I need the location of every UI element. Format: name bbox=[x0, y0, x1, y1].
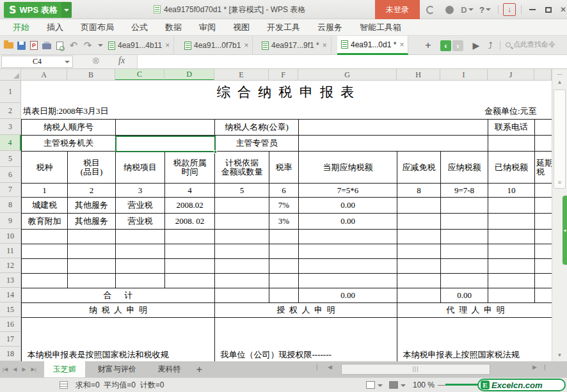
sheet-tab-2[interactable]: 财富与评价 bbox=[89, 361, 145, 377]
new-tab-button[interactable]: + bbox=[422, 40, 434, 51]
redo-icon[interactable]: ↷ bbox=[82, 40, 93, 51]
row-header-5[interactable]: 5 bbox=[0, 151, 21, 167]
row-header-1[interactable]: 1 bbox=[0, 81, 21, 103]
horizontal-scroll-thumb[interactable]: ||| bbox=[341, 364, 490, 375]
select-all-corner[interactable] bbox=[0, 69, 21, 81]
cell[interactable]: 延期税 bbox=[535, 152, 552, 184]
menu-smart-toolbox[interactable]: 智能工具箱 bbox=[360, 22, 401, 33]
cell[interactable]: 6 bbox=[269, 184, 299, 198]
undo-icon[interactable]: ↶ bbox=[68, 40, 79, 51]
cell[interactable] bbox=[269, 244, 299, 259]
cell[interactable]: 3 bbox=[116, 184, 165, 198]
cell[interactable] bbox=[535, 136, 552, 152]
view-layout-icon[interactable] bbox=[389, 381, 398, 389]
tab-scroll-right-button[interactable]: › bbox=[452, 40, 463, 51]
cell[interactable]: 主管专管员 bbox=[215, 136, 299, 152]
cell[interactable] bbox=[22, 259, 68, 274]
save-icon[interactable] bbox=[15, 40, 27, 51]
cell[interactable]: 2008.02 bbox=[165, 198, 215, 214]
cell[interactable] bbox=[535, 184, 552, 198]
col-header-D[interactable]: D bbox=[164, 69, 214, 81]
menu-developer[interactable]: 开发工具 bbox=[267, 22, 300, 33]
tab-close-icon[interactable]: × bbox=[323, 41, 327, 50]
scroll-down-icon[interactable]: ▼ bbox=[554, 352, 566, 358]
print-preview-icon[interactable] bbox=[54, 40, 65, 51]
form-title[interactable]: 综 合 纳 税 申 报 表 bbox=[21, 81, 552, 103]
table-stats-icon[interactable] bbox=[60, 381, 68, 389]
hscroll-right-icon[interactable]: ▶ bbox=[532, 364, 537, 370]
tab-close-icon[interactable]: × bbox=[244, 41, 248, 50]
cell[interactable] bbox=[397, 244, 441, 259]
sheet-tab-3[interactable]: 麦科特 bbox=[149, 361, 190, 377]
cell[interactable] bbox=[165, 274, 215, 288]
doc-tab-2[interactable]: 4ea91...0f7b1 × bbox=[180, 36, 253, 55]
total-label-cell[interactable]: 合 计 bbox=[22, 288, 215, 303]
cell[interactable] bbox=[299, 244, 397, 259]
col-header-J[interactable]: J bbox=[488, 69, 534, 81]
cell[interactable] bbox=[441, 259, 488, 274]
export-pdf-icon[interactable]: P bbox=[28, 40, 40, 51]
cell[interactable] bbox=[397, 230, 441, 244]
cell[interactable]: 0.00 bbox=[299, 214, 397, 230]
cell[interactable] bbox=[22, 230, 68, 244]
total-g-cell[interactable]: 0.00 bbox=[299, 288, 397, 303]
close-button[interactable]: ✕ bbox=[555, 0, 567, 19]
doc-tab-3[interactable]: 4ea917...9f1 * × bbox=[258, 36, 331, 55]
cell[interactable]: 授 权 人 申 明 bbox=[215, 303, 397, 318]
cell[interactable]: 当期应纳税额 bbox=[299, 152, 397, 184]
doc-tab-1[interactable]: 4ea91...4b11 × bbox=[104, 36, 174, 55]
row-header-15[interactable]: 15 bbox=[0, 302, 21, 317]
menu-page-layout[interactable]: 页面布局 bbox=[81, 22, 114, 33]
cell[interactable] bbox=[397, 288, 441, 303]
cell[interactable] bbox=[116, 274, 165, 288]
row-header-10[interactable]: 10 bbox=[0, 229, 21, 244]
col-header-K-partial[interactable] bbox=[534, 69, 552, 81]
cell[interactable] bbox=[488, 136, 535, 152]
row-header-7[interactable]: 7 bbox=[0, 183, 21, 197]
cell[interactable] bbox=[299, 136, 488, 152]
menu-review[interactable]: 审阅 bbox=[199, 22, 216, 33]
cell[interactable]: 纳 税 人 申 明 bbox=[22, 303, 215, 318]
cell[interactable]: 应减免税 bbox=[397, 152, 441, 184]
row-header-11[interactable]: 11 bbox=[0, 244, 21, 258]
cell[interactable] bbox=[488, 274, 535, 288]
amount-unit[interactable]: 金额单位:元至 bbox=[484, 103, 552, 119]
col-header-B[interactable]: B bbox=[67, 69, 115, 81]
cell[interactable]: 营业税 bbox=[116, 214, 165, 230]
name-box[interactable]: C4 bbox=[1, 56, 73, 68]
chevron-down-icon[interactable] bbox=[378, 384, 383, 387]
cell[interactable] bbox=[441, 214, 488, 230]
login-button[interactable]: 未登录 bbox=[375, 0, 420, 19]
cell[interactable]: 其他服务 bbox=[68, 214, 116, 230]
cell[interactable] bbox=[299, 230, 397, 244]
cell[interactable] bbox=[116, 244, 165, 259]
tab-close-icon[interactable]: × bbox=[165, 41, 170, 50]
row-header-2[interactable]: 2 bbox=[0, 103, 21, 119]
cell[interactable] bbox=[215, 274, 269, 288]
cell[interactable] bbox=[535, 288, 552, 303]
minimize-button[interactable] bbox=[525, 0, 540, 19]
cell[interactable] bbox=[535, 259, 552, 274]
cell[interactable] bbox=[215, 288, 269, 303]
cell[interactable]: 税率 bbox=[269, 152, 299, 184]
cell[interactable] bbox=[215, 244, 269, 259]
tab-scroll-left-button[interactable]: ‹ bbox=[440, 40, 451, 51]
formula-input[interactable] bbox=[137, 55, 567, 68]
share-icon[interactable]: ⤴ bbox=[484, 40, 496, 51]
row-header-13[interactable]: 13 bbox=[0, 273, 21, 288]
cell[interactable] bbox=[68, 244, 116, 259]
skin-icon[interactable]: D bbox=[461, 3, 474, 16]
col-header-C[interactable]: C bbox=[115, 69, 164, 81]
cell[interactable] bbox=[22, 244, 68, 259]
sheet-grid[interactable]: 纳税人顺序号 纳税人名称(公章) 联系电话 主管税务机关 主管专管员 税种 税目… bbox=[21, 119, 552, 361]
cell[interactable]: 主管税务机关 bbox=[22, 136, 116, 152]
col-header-H[interactable]: H bbox=[397, 69, 440, 81]
next-sheet-icon[interactable]: ▶ bbox=[19, 366, 28, 372]
cell[interactable]: 4 bbox=[165, 184, 215, 198]
col-header-A[interactable]: A bbox=[21, 69, 67, 81]
row-header-18[interactable]: 18 bbox=[0, 347, 21, 361]
hscroll-left-icon[interactable]: ◀ bbox=[328, 364, 332, 370]
cell[interactable]: 教育附加 bbox=[22, 214, 68, 230]
cell[interactable]: 7% bbox=[269, 198, 299, 214]
cell[interactable] bbox=[215, 259, 269, 274]
